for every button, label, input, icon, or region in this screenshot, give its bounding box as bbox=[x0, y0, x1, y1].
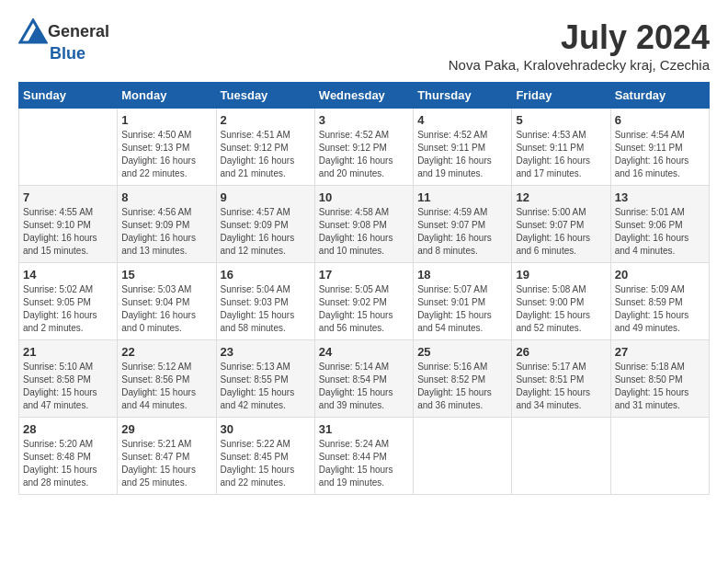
day-number: 24 bbox=[319, 345, 409, 359]
day-info: Sunrise: 5:12 AMSunset: 8:56 PMDaylight:… bbox=[121, 361, 211, 412]
day-number: 21 bbox=[23, 345, 113, 359]
day-number: 9 bbox=[221, 190, 311, 204]
day-info: Sunrise: 5:17 AMSunset: 8:51 PMDaylight:… bbox=[516, 361, 606, 412]
calendar-week: 21Sunrise: 5:10 AMSunset: 8:58 PMDayligh… bbox=[19, 340, 710, 418]
page-header: General Blue July 2024 Nova Paka, Kralov… bbox=[18, 18, 710, 73]
day-info: Sunrise: 5:04 AMSunset: 9:03 PMDaylight:… bbox=[221, 283, 311, 335]
calendar-week: 28Sunrise: 5:20 AMSunset: 8:48 PMDayligh… bbox=[19, 418, 710, 495]
calendar-day: 31Sunrise: 5:24 AMSunset: 8:44 PMDayligh… bbox=[314, 418, 413, 495]
header-day: Monday bbox=[118, 83, 216, 109]
day-number: 17 bbox=[319, 268, 409, 282]
calendar-day: 10Sunrise: 4:58 AMSunset: 9:08 PMDayligh… bbox=[314, 186, 413, 263]
day-number: 6 bbox=[615, 113, 705, 127]
day-number: 16 bbox=[221, 268, 311, 282]
calendar-day: 15Sunrise: 5:03 AMSunset: 9:04 PMDayligh… bbox=[118, 263, 216, 340]
day-number: 25 bbox=[417, 345, 507, 359]
day-number: 5 bbox=[516, 113, 606, 127]
day-info: Sunrise: 4:51 AMSunset: 9:12 PMDaylight:… bbox=[221, 129, 311, 180]
day-number: 28 bbox=[23, 422, 113, 436]
calendar-week: 1Sunrise: 4:50 AMSunset: 9:13 PMDaylight… bbox=[19, 109, 710, 186]
day-info: Sunrise: 5:13 AMSunset: 8:55 PMDaylight:… bbox=[221, 361, 311, 412]
day-info: Sunrise: 5:05 AMSunset: 9:02 PMDaylight:… bbox=[319, 283, 409, 335]
day-info: Sunrise: 5:20 AMSunset: 8:48 PMDaylight:… bbox=[23, 438, 113, 489]
day-number: 26 bbox=[516, 345, 606, 359]
day-number: 13 bbox=[615, 190, 705, 204]
calendar-day: 19Sunrise: 5:08 AMSunset: 9:00 PMDayligh… bbox=[512, 263, 610, 340]
header-day: Tuesday bbox=[216, 83, 314, 109]
day-info: Sunrise: 4:56 AMSunset: 9:09 PMDaylight:… bbox=[121, 206, 211, 258]
day-info: Sunrise: 5:14 AMSunset: 8:54 PMDaylight:… bbox=[319, 361, 409, 412]
calendar-day: 17Sunrise: 5:05 AMSunset: 9:02 PMDayligh… bbox=[314, 263, 413, 340]
day-info: Sunrise: 5:03 AMSunset: 9:04 PMDaylight:… bbox=[121, 283, 211, 335]
day-info: Sunrise: 5:09 AMSunset: 8:59 PMDaylight:… bbox=[615, 283, 705, 335]
calendar-day: 3Sunrise: 4:52 AMSunset: 9:12 PMDaylight… bbox=[314, 109, 413, 186]
day-number: 3 bbox=[319, 113, 409, 127]
day-number: 23 bbox=[221, 345, 311, 359]
day-info: Sunrise: 5:07 AMSunset: 9:01 PMDaylight:… bbox=[417, 283, 507, 335]
day-info: Sunrise: 5:10 AMSunset: 8:58 PMDaylight:… bbox=[23, 361, 113, 412]
header-day: Thursday bbox=[414, 83, 512, 109]
calendar-day: 12Sunrise: 5:00 AMSunset: 9:07 PMDayligh… bbox=[512, 186, 610, 263]
day-info: Sunrise: 4:59 AMSunset: 9:07 PMDaylight:… bbox=[417, 206, 507, 258]
day-info: Sunrise: 4:50 AMSunset: 9:13 PMDaylight:… bbox=[121, 129, 211, 180]
day-number: 1 bbox=[121, 113, 211, 127]
day-info: Sunrise: 5:01 AMSunset: 9:06 PMDaylight:… bbox=[615, 206, 705, 258]
header-day: Friday bbox=[512, 83, 610, 109]
calendar-body: 1Sunrise: 4:50 AMSunset: 9:13 PMDaylight… bbox=[19, 109, 710, 495]
calendar-day: 2Sunrise: 4:51 AMSunset: 9:12 PMDaylight… bbox=[216, 109, 314, 186]
day-info: Sunrise: 5:24 AMSunset: 8:44 PMDaylight:… bbox=[319, 438, 409, 489]
calendar-day: 23Sunrise: 5:13 AMSunset: 8:55 PMDayligh… bbox=[216, 340, 314, 418]
day-number: 4 bbox=[417, 113, 507, 127]
day-info: Sunrise: 4:57 AMSunset: 9:09 PMDaylight:… bbox=[221, 206, 311, 258]
day-info: Sunrise: 5:21 AMSunset: 8:47 PMDaylight:… bbox=[121, 438, 211, 489]
day-number: 7 bbox=[23, 190, 113, 204]
calendar-day: 13Sunrise: 5:01 AMSunset: 9:06 PMDayligh… bbox=[610, 186, 709, 263]
day-info: Sunrise: 4:53 AMSunset: 9:11 PMDaylight:… bbox=[516, 129, 606, 180]
day-info: Sunrise: 5:16 AMSunset: 8:52 PMDaylight:… bbox=[417, 361, 507, 412]
day-number: 20 bbox=[615, 268, 705, 282]
day-info: Sunrise: 4:55 AMSunset: 9:10 PMDaylight:… bbox=[23, 206, 113, 258]
calendar-day: 16Sunrise: 5:04 AMSunset: 9:03 PMDayligh… bbox=[216, 263, 314, 340]
calendar-day: 9Sunrise: 4:57 AMSunset: 9:09 PMDaylight… bbox=[216, 186, 314, 263]
header-day: Wednesday bbox=[314, 83, 413, 109]
calendar-day: 1Sunrise: 4:50 AMSunset: 9:13 PMDaylight… bbox=[118, 109, 216, 186]
calendar-day: 8Sunrise: 4:56 AMSunset: 9:09 PMDaylight… bbox=[118, 186, 216, 263]
calendar-day: 20Sunrise: 5:09 AMSunset: 8:59 PMDayligh… bbox=[610, 263, 709, 340]
calendar-day: 14Sunrise: 5:02 AMSunset: 9:05 PMDayligh… bbox=[19, 263, 118, 340]
location: Nova Paka, Kralovehradecky kraj, Czechia bbox=[449, 57, 710, 73]
calendar-day: 22Sunrise: 5:12 AMSunset: 8:56 PMDayligh… bbox=[118, 340, 216, 418]
day-number: 11 bbox=[417, 190, 507, 204]
calendar-header: SundayMondayTuesdayWednesdayThursdayFrid… bbox=[19, 83, 710, 109]
day-info: Sunrise: 5:02 AMSunset: 9:05 PMDaylight:… bbox=[23, 283, 113, 335]
calendar-day bbox=[512, 418, 610, 495]
day-number: 27 bbox=[615, 345, 705, 359]
month-title: July 2024 bbox=[449, 18, 710, 57]
calendar-week: 14Sunrise: 5:02 AMSunset: 9:05 PMDayligh… bbox=[19, 263, 710, 340]
calendar-day: 6Sunrise: 4:54 AMSunset: 9:11 PMDaylight… bbox=[610, 109, 709, 186]
title-block: July 2024 Nova Paka, Kralovehradecky kra… bbox=[449, 18, 710, 73]
calendar-day bbox=[414, 418, 512, 495]
logo-blue: Blue bbox=[50, 44, 85, 63]
calendar-day: 11Sunrise: 4:59 AMSunset: 9:07 PMDayligh… bbox=[414, 186, 512, 263]
day-info: Sunrise: 5:18 AMSunset: 8:50 PMDaylight:… bbox=[615, 361, 705, 412]
day-number: 19 bbox=[516, 268, 606, 282]
calendar-day bbox=[610, 418, 709, 495]
calendar-day: 26Sunrise: 5:17 AMSunset: 8:51 PMDayligh… bbox=[512, 340, 610, 418]
header-day: Sunday bbox=[19, 83, 118, 109]
logo: General Blue bbox=[18, 18, 109, 63]
calendar-week: 7Sunrise: 4:55 AMSunset: 9:10 PMDaylight… bbox=[19, 186, 710, 263]
header-row: SundayMondayTuesdayWednesdayThursdayFrid… bbox=[19, 83, 710, 109]
calendar-day: 24Sunrise: 5:14 AMSunset: 8:54 PMDayligh… bbox=[314, 340, 413, 418]
calendar-day: 28Sunrise: 5:20 AMSunset: 8:48 PMDayligh… bbox=[19, 418, 118, 495]
day-number: 15 bbox=[121, 268, 211, 282]
day-info: Sunrise: 4:54 AMSunset: 9:11 PMDaylight:… bbox=[615, 129, 705, 180]
logo-icon bbox=[18, 18, 48, 44]
day-number: 22 bbox=[121, 345, 211, 359]
calendar-day: 27Sunrise: 5:18 AMSunset: 8:50 PMDayligh… bbox=[610, 340, 709, 418]
calendar-day: 7Sunrise: 4:55 AMSunset: 9:10 PMDaylight… bbox=[19, 186, 118, 263]
day-number: 2 bbox=[221, 113, 311, 127]
day-number: 10 bbox=[319, 190, 409, 204]
day-number: 18 bbox=[417, 268, 507, 282]
day-info: Sunrise: 5:08 AMSunset: 9:00 PMDaylight:… bbox=[516, 283, 606, 335]
calendar-day: 4Sunrise: 4:52 AMSunset: 9:11 PMDaylight… bbox=[414, 109, 512, 186]
